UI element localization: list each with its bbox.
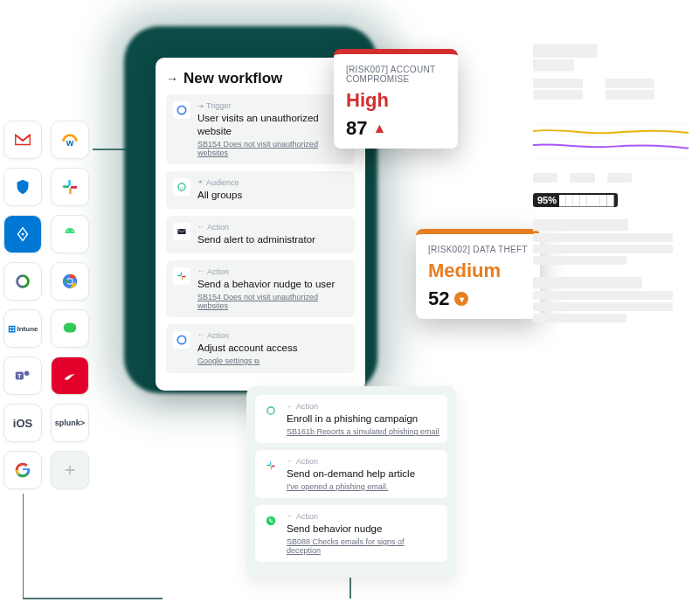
svg-rect-12 xyxy=(64,323,77,333)
step-label: Send on-demand help article xyxy=(287,467,415,481)
whatsapp-icon xyxy=(262,512,280,529)
dashboard-stat: 95% ████████ xyxy=(533,193,618,207)
risk-level: High xyxy=(346,89,446,112)
integration-android[interactable] xyxy=(51,215,89,253)
step-label: Send alert to administrator xyxy=(197,233,315,246)
workflow-step-action-nudge[interactable]: ←Action Send a behavior nudge to user SB… xyxy=(166,260,355,317)
workflow-title: New workflow xyxy=(183,70,282,87)
integration-defender[interactable] xyxy=(3,168,42,206)
audience-icon: ⚭ xyxy=(197,178,204,186)
connector-line-1 xyxy=(23,485,163,607)
arrow-right-icon: → xyxy=(166,72,178,86)
step-sublink[interactable]: Google settings ⧉ xyxy=(197,356,297,366)
svg-rect-27 xyxy=(271,467,272,470)
svg-rect-21 xyxy=(182,276,183,280)
integrations-grid: W ⊞Intune T iOS splunk> xyxy=(3,121,89,489)
action-icon: ← xyxy=(197,267,204,275)
integration-azure-ad[interactable] xyxy=(3,215,42,253)
svg-rect-2 xyxy=(63,185,69,188)
risk-score: 52 ▾ xyxy=(428,287,528,310)
action-icon: ← xyxy=(197,223,204,231)
slack-icon xyxy=(262,457,280,474)
trigger-icon: ⇥ xyxy=(197,102,204,110)
workflow-step-trigger[interactable]: ⇥Trigger User visits an unauthorized web… xyxy=(166,94,355,164)
step-sublink[interactable]: SB154 Does not visit unauthorized websit… xyxy=(197,293,348,310)
step-sublink[interactable]: SB088 Checks emails for signs of decepti… xyxy=(287,537,440,555)
workflow-step-enroll[interactable]: ←Action Enroll in a phishing campaign SB… xyxy=(255,395,447,443)
integration-chrome[interactable] xyxy=(51,262,89,301)
dashboard-section-2: ████████████████ xyxy=(533,277,689,287)
dashboard-section-1: ██████████████ xyxy=(533,219,689,230)
svg-rect-20 xyxy=(177,275,181,276)
svg-point-5 xyxy=(22,233,24,236)
risk-score: 87 ▲ xyxy=(346,117,446,140)
step-sublink[interactable]: I've opened a phishing email. xyxy=(287,482,415,491)
svg-rect-3 xyxy=(69,188,72,194)
step-label: User visits an unauthorized website xyxy=(197,112,348,138)
risk-level: Medium xyxy=(428,260,528,282)
integration-add[interactable] xyxy=(51,451,89,489)
action-icon: ← xyxy=(197,331,204,339)
workflow-step-nudge2[interactable]: ←Action Send behavior nudge SB088 Checks… xyxy=(255,505,447,562)
connector-line-2 xyxy=(66,149,163,150)
integration-intune[interactable]: ⊞Intune xyxy=(3,309,42,348)
risk-code: [RISK007] ACCOUNT COMPROMISE xyxy=(346,65,446,84)
svg-text:W: W xyxy=(66,139,74,148)
integration-slack[interactable] xyxy=(51,168,89,206)
svg-text:T: T xyxy=(17,372,22,380)
risk-card-high[interactable]: [RISK007] ACCOUNT COMPROMISE High 87 ▲ xyxy=(334,49,458,149)
risk-code: [RISK002] DATA THEFT xyxy=(428,245,528,254)
workflow-step-audience[interactable]: ⚭Audience All groups xyxy=(166,171,355,209)
svg-rect-4 xyxy=(71,186,77,189)
workflow-step-help[interactable]: ←Action Send on-demand help article I've… xyxy=(255,450,447,498)
svg-point-23 xyxy=(177,336,185,343)
step-label: Enroll in a phishing campaign xyxy=(287,412,439,426)
svg-point-17 xyxy=(178,183,185,190)
integration-gmail[interactable] xyxy=(3,121,42,159)
step-sublink[interactable]: SB154 Does not visit unauthorized websit… xyxy=(197,140,348,157)
risk-card-medium[interactable]: [RISK002] DATA THEFT Medium 52 ▾ xyxy=(416,229,540,319)
svg-point-8 xyxy=(17,276,29,287)
svg-rect-25 xyxy=(270,461,271,465)
dashboard-chart xyxy=(533,107,689,168)
chevron-down-icon: ▾ xyxy=(454,292,468,306)
google-icon xyxy=(173,101,190,119)
svg-rect-22 xyxy=(183,275,186,276)
integration-copilot[interactable] xyxy=(3,262,42,301)
integration-google[interactable] xyxy=(3,451,42,489)
workflow-step-action-alert[interactable]: ←Action Send alert to administrator xyxy=(166,216,355,253)
integration-teams[interactable]: T xyxy=(3,356,42,395)
step-label: Send a behavior nudge to user xyxy=(197,278,348,291)
svg-point-15 xyxy=(24,371,30,377)
workflow-panel-secondary: ←Action Enroll in a phishing campaign SB… xyxy=(246,386,456,578)
step-label: Send behavior nudge xyxy=(287,523,440,536)
google-icon xyxy=(173,331,190,349)
integration-crowdstrike[interactable] xyxy=(51,356,89,395)
integration-ios[interactable]: iOS xyxy=(3,404,42,442)
svg-point-7 xyxy=(72,231,73,232)
mail-icon xyxy=(173,223,190,240)
svg-point-6 xyxy=(67,231,68,232)
step-sublink[interactable]: SB161b Reports a simulated phishing emai… xyxy=(287,427,439,436)
action-icon: ← xyxy=(287,512,294,520)
step-label: Adjust account access xyxy=(197,342,297,355)
slack-icon xyxy=(173,267,190,285)
svg-point-16 xyxy=(177,106,185,114)
action-icon: ← xyxy=(287,403,294,411)
dashboard-title: ████████ xyxy=(533,44,689,57)
culture-icon xyxy=(173,178,190,196)
dashboard-subtitle: ██████ xyxy=(533,59,689,70)
integration-splunk[interactable]: splunk> xyxy=(51,404,89,442)
step-label: All groups xyxy=(197,189,242,202)
svg-rect-28 xyxy=(272,466,275,467)
svg-rect-1 xyxy=(68,180,71,186)
action-icon: ← xyxy=(287,457,294,465)
svg-rect-26 xyxy=(266,465,270,466)
svg-rect-18 xyxy=(177,229,185,234)
svg-point-24 xyxy=(267,407,274,414)
integration-messages[interactable] xyxy=(51,309,89,348)
workflow-step-action-access[interactable]: ←Action Adjust account access Google set… xyxy=(166,324,355,373)
culture-icon xyxy=(262,402,280,419)
dashboard-panel: ████████ ██████ ██████████████ █████████… xyxy=(533,44,689,325)
integration-workday[interactable]: W xyxy=(51,121,89,159)
